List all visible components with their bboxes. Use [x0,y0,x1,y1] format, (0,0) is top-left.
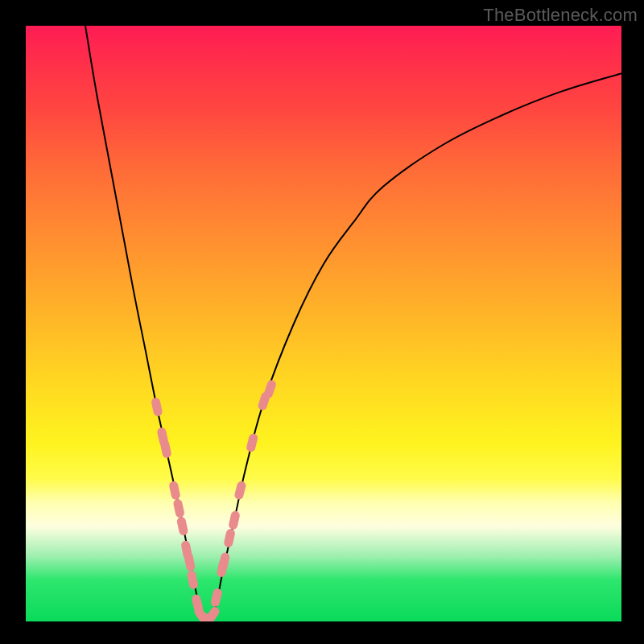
data-marker [188,557,190,567]
data-marker [262,397,266,406]
data-marker [215,593,217,603]
data-marker [178,504,180,514]
data-marker [174,485,176,495]
chart-svg [26,26,621,621]
plot-area [26,26,621,621]
data-marker [156,402,158,412]
chart-container: TheBottleneck.com [0,0,644,644]
data-marker [269,385,272,394]
data-marker [239,485,242,495]
data-marker [165,444,167,454]
data-marker [192,575,193,584]
data-marker [209,612,215,620]
data-marker [229,534,231,543]
data-marker [233,515,236,525]
data-marker [251,438,254,448]
bottleneck-curve-path [85,26,621,621]
data-marker [181,522,184,531]
bottleneck-curve-line [85,26,621,621]
data-markers [156,385,272,621]
data-marker [196,599,199,609]
watermark-text: TheBottleneck.com [483,5,638,26]
data-marker [223,557,225,567]
